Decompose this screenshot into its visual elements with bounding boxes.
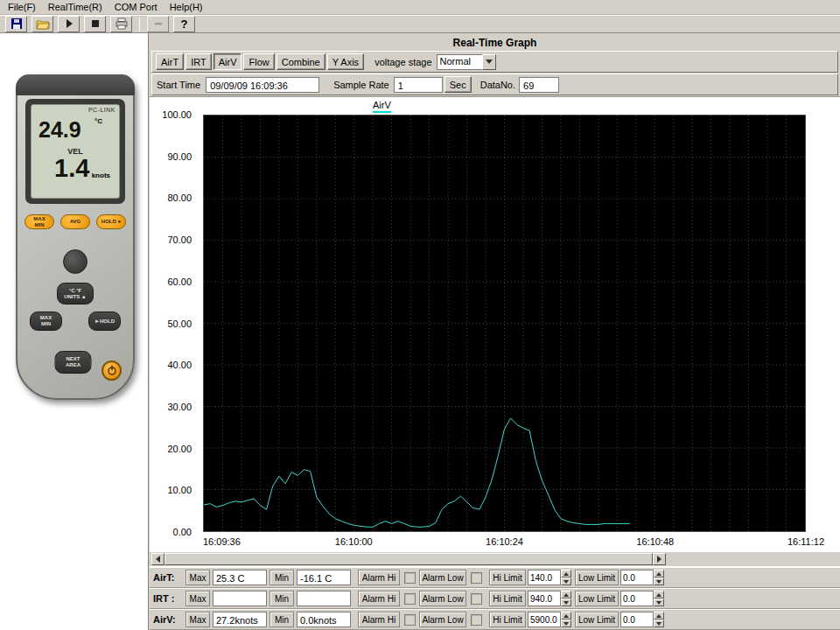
device-power-button: [102, 360, 122, 381]
min-label: Min: [270, 570, 294, 585]
airt-alarm-low-checkbox[interactable]: [471, 572, 482, 584]
alarm-hi-label: Alarm Hi: [358, 570, 400, 585]
irt-low-limit-value[interactable]: 0.0: [620, 591, 654, 606]
spin-down-button[interactable]: [654, 620, 664, 627]
menu-com-port[interactable]: COM Port: [108, 1, 164, 13]
tab-flow[interactable]: Flow: [243, 53, 274, 70]
spin-down-button[interactable]: [561, 598, 571, 606]
alarm-low-label: Alarm Low: [419, 570, 466, 585]
spin-down-button[interactable]: [654, 598, 664, 606]
y-tick-label: 50.00: [167, 318, 192, 329]
print-button[interactable]: [110, 16, 132, 32]
help-icon: ?: [181, 18, 188, 31]
spin-up-button[interactable]: [654, 570, 664, 578]
tab-combine[interactable]: Combine: [276, 53, 326, 70]
toolbar-separator: [139, 18, 140, 32]
open-button[interactable]: [32, 16, 53, 32]
voltage-stage-value: Normal: [437, 54, 482, 70]
up-arrow-icon: [564, 572, 569, 576]
lcd-temperature: 24.9: [38, 117, 81, 143]
plot-area: [203, 115, 806, 532]
limits-panel: AirT: Max 25.3 C Min -16.1 C Alarm Hi Al…: [150, 566, 840, 630]
y-tick-label: 100.00: [162, 109, 192, 120]
airv-hi-limit-value[interactable]: 5900.0: [528, 612, 561, 627]
down-arrow-icon: [656, 580, 662, 584]
row-label: AirV:: [153, 614, 183, 625]
device-hold-nav-button: ►HOLD: [88, 312, 121, 331]
y-tick-label: 70.00: [167, 234, 192, 245]
start-time-field[interactable]: 09/09/09 16:09:36: [206, 77, 319, 93]
y-tick-label: 80.00: [167, 192, 192, 203]
spin-down-button[interactable]: [561, 578, 571, 585]
graph-window: Real-Time Graph AirT IRT AirV Flow Combi…: [150, 33, 840, 630]
device-top-cap: [16, 74, 135, 95]
save-button[interactable]: [5, 16, 27, 32]
tab-airv[interactable]: AirV: [214, 53, 242, 70]
irt-min-field[interactable]: [297, 591, 351, 606]
menu-file[interactable]: File(F): [2, 1, 42, 13]
sample-rate-field[interactable]: 1: [394, 77, 443, 93]
spin-up-button[interactable]: [654, 612, 664, 620]
irt-alarm-low-checkbox[interactable]: [471, 593, 482, 605]
airt-hi-limit-spinner[interactable]: 140.0: [528, 570, 571, 585]
scroll-right-button[interactable]: [653, 553, 666, 565]
airt-alarm-hi-checkbox[interactable]: [404, 572, 416, 584]
start-realtime-button[interactable]: [58, 16, 80, 32]
airv-low-limit-spinner[interactable]: 0.0: [620, 612, 664, 627]
stop-realtime-button[interactable]: [84, 16, 106, 32]
row-label: IRT :: [153, 593, 183, 604]
airt-low-limit-spinner[interactable]: 0.0: [620, 570, 664, 585]
up-arrow-icon: [564, 593, 569, 597]
airt-min-field[interactable]: -16.1 C: [297, 570, 351, 585]
airv-alarm-hi-checkbox[interactable]: [404, 614, 416, 626]
down-arrow-icon: [656, 622, 662, 626]
spin-up-button[interactable]: [561, 570, 571, 578]
spin-down-button[interactable]: [561, 620, 571, 627]
sec-button[interactable]: Sec: [444, 76, 472, 93]
horizontal-scrollbar[interactable]: [151, 553, 666, 565]
airv-min-field[interactable]: 0.0knots: [297, 612, 351, 627]
scroll-left-button[interactable]: [151, 553, 164, 565]
x-tick-label: 16:10:00: [335, 536, 373, 547]
airv-hi-limit-spinner[interactable]: 5900.0: [528, 612, 571, 627]
y-tick-label: 20.00: [167, 444, 192, 454]
airv-alarm-low-checkbox[interactable]: [471, 614, 482, 626]
main-area: PC-LINK 24.9 °C VEL 1.4 knots MAX MIN AV…: [0, 33, 840, 630]
right-arrow-icon: [657, 556, 662, 563]
spin-up-button[interactable]: [561, 612, 571, 620]
irt-low-limit-spinner[interactable]: 0.0: [620, 591, 664, 606]
airv-max-field[interactable]: 27.2knots: [213, 612, 267, 627]
irt-alarm-hi-checkbox[interactable]: [404, 593, 416, 605]
menu-help[interactable]: Help(H): [164, 1, 209, 13]
low-limit-label: Low Limit: [575, 591, 619, 606]
page-title: Real-Time Graph: [150, 33, 840, 49]
airv-low-limit-value[interactable]: 0.0: [620, 612, 654, 627]
tab-irt[interactable]: IRT: [186, 53, 212, 70]
menu-bar: File(F) RealTime(R) COM Port Help(H): [0, 0, 840, 15]
combo-dropdown-button[interactable]: [482, 54, 496, 70]
down-arrow-icon: [564, 622, 569, 626]
menu-realtime[interactable]: RealTime(R): [42, 1, 108, 13]
airt-low-limit-value[interactable]: 0.0: [620, 570, 654, 585]
y-tick-label: 10.00: [167, 485, 192, 495]
airt-hi-limit-value[interactable]: 140.0: [528, 570, 561, 585]
help-button[interactable]: ?: [173, 16, 195, 32]
irt-hi-limit-value[interactable]: 940.0: [528, 591, 561, 606]
spin-up-button[interactable]: [561, 591, 571, 598]
scrollbar-thumb[interactable]: [164, 553, 653, 565]
x-tick-label: 16:10:48: [636, 536, 674, 547]
spin-up-button[interactable]: [654, 591, 664, 598]
irt-hi-limit-spinner[interactable]: 940.0: [528, 591, 571, 606]
device-maxmin-button: MAX MIN: [24, 214, 54, 229]
alarm-low-label: Alarm Low: [419, 612, 466, 627]
datano-field[interactable]: 69: [519, 77, 559, 93]
voltage-stage-label: voltage stage: [374, 57, 431, 67]
tab-airt[interactable]: AirT: [156, 53, 184, 70]
tab-y-axis[interactable]: Y Axis: [327, 53, 364, 70]
pclink-label: PC-LINK: [88, 107, 116, 113]
voltage-stage-select[interactable]: Normal: [437, 54, 496, 70]
spin-down-button[interactable]: [654, 578, 664, 585]
airt-max-field[interactable]: 25.3 C: [213, 570, 267, 585]
irt-max-field[interactable]: [213, 591, 267, 606]
pause-button[interactable]: [147, 16, 169, 32]
